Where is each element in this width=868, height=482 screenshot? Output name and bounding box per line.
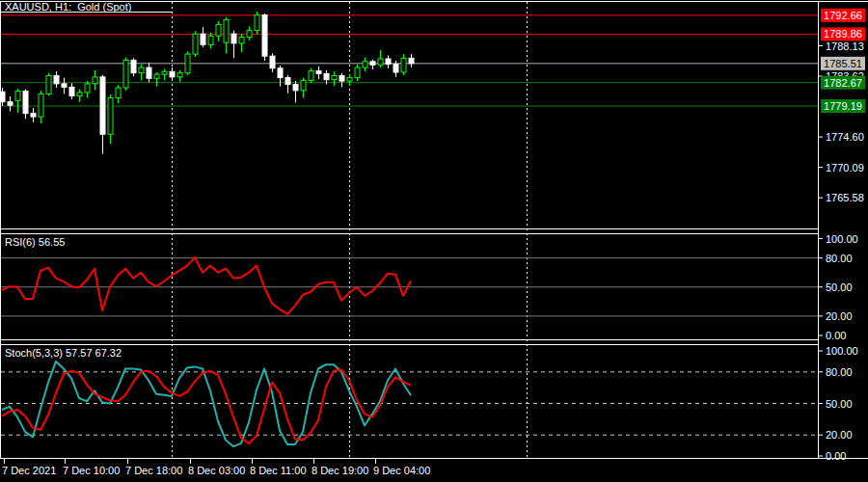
indicator-axis-label: 20.00 — [826, 429, 853, 441]
time-axis-label: 7 Dec 2021 — [2, 465, 56, 476]
candle-body — [285, 78, 290, 85]
candle-body — [355, 67, 360, 77]
candle-body — [23, 92, 28, 114]
candle-body — [339, 75, 344, 81]
candle-body — [93, 77, 97, 84]
candle-body — [193, 34, 198, 54]
indicator-axis-label: 100.00 — [826, 345, 858, 357]
candle-body — [293, 85, 298, 91]
price-badge-label: 1779.19 — [824, 100, 862, 112]
candle-body — [77, 93, 82, 95]
indicator-axis-label: 20.00 — [826, 310, 853, 322]
candle-body — [162, 71, 167, 74]
stoch-indicator-label: Stoch(5,3,3) 57.57 67.32 — [5, 347, 122, 359]
candle-body — [185, 54, 190, 73]
candle-body — [201, 34, 205, 44]
candle-body — [378, 59, 383, 65]
candle-bull — [46, 73, 51, 96]
candle-body — [116, 88, 121, 97]
time-axis-label: 7 Dec 18:00 — [125, 465, 182, 476]
candle-body — [147, 67, 151, 78]
candle-body — [309, 71, 313, 81]
indicator-axis-label: 0.00 — [826, 330, 846, 341]
candle-body — [177, 73, 182, 77]
indicator-axis-label: 100.00 — [826, 233, 858, 245]
indicator-axis-label: 80.00 — [826, 366, 853, 378]
candle-body — [247, 31, 252, 38]
price-badge-label: 1785.51 — [824, 58, 862, 69]
candle-body — [332, 75, 337, 79]
candle-body — [131, 60, 136, 72]
indicator-axis-label: 50.00 — [826, 281, 853, 293]
candle-body — [278, 68, 283, 78]
candle-body — [270, 56, 275, 68]
candle-body — [216, 24, 221, 36]
chart-title: XAUUSD, H1: Gold (Spot) — [5, 1, 131, 13]
time-axis-label: 9 Dec 04:00 — [373, 465, 430, 476]
candle-body — [231, 34, 236, 43]
candle-bull — [185, 51, 190, 74]
candle-body — [255, 15, 259, 31]
price-axis-label: 1765.58 — [826, 192, 864, 203]
indicator-axis-label: 80.00 — [826, 253, 853, 264]
candle-body — [208, 36, 213, 44]
candle-body — [100, 77, 105, 134]
candle-body — [401, 58, 406, 72]
price-axis-label: 1770.09 — [826, 162, 864, 174]
price-badge-label: 1792.66 — [824, 10, 862, 21]
candle-body — [69, 87, 74, 95]
candle-body — [39, 94, 43, 117]
time-axis-label: 8 Dec 19:00 — [312, 465, 368, 476]
stoch-panel[interactable] — [1, 345, 818, 458]
chart-canvas[interactable]: 1788.131783.621774.601770.091765.58100.0… — [0, 0, 868, 482]
candle-body — [262, 15, 267, 57]
candle-bull — [193, 31, 198, 57]
candle-body — [301, 80, 306, 90]
candle-body — [108, 98, 113, 135]
time-axis-label: 7 Dec 10:00 — [63, 465, 120, 476]
price-axis-label: 1774.60 — [826, 131, 864, 143]
time-axis-label: 8 Dec 03:00 — [188, 465, 245, 476]
candle-body — [8, 102, 13, 105]
price-axis-label: 1788.13 — [826, 40, 864, 52]
candle-body — [386, 59, 391, 65]
candle-body — [31, 114, 36, 117]
price-badge-label: 1789.86 — [824, 28, 862, 40]
candle-bull — [309, 68, 313, 83]
candle-body — [62, 84, 67, 87]
candle-body — [123, 60, 128, 88]
time-axis-label: 8 Dec 11:00 — [250, 465, 307, 476]
candle-body — [154, 74, 159, 78]
candle-body — [54, 75, 59, 83]
rsi-indicator-label: RSI(6) 56.55 — [5, 236, 65, 248]
candle-body — [46, 75, 51, 94]
candle-body — [409, 58, 414, 64]
candle-body — [239, 38, 244, 43]
candle-body — [170, 71, 175, 77]
candle-body — [363, 62, 367, 67]
candle-body — [324, 73, 329, 79]
candle-bear — [262, 13, 267, 61]
candle-body — [139, 67, 144, 73]
candle-body — [370, 62, 375, 65]
candle-body — [224, 19, 229, 42]
candle-body — [347, 78, 352, 81]
candle-body — [85, 84, 90, 93]
trading-chart-window: 1788.131783.621774.601770.091765.58100.0… — [0, 0, 868, 482]
candle-body — [15, 92, 20, 101]
candle-body — [393, 65, 398, 72]
indicator-axis-label: 50.00 — [826, 398, 853, 410]
price-badge-label: 1782.67 — [824, 77, 862, 89]
candle-body — [316, 71, 321, 74]
candle-panel[interactable] — [1, 2, 818, 228]
indicator-axis-label: 0.00 — [826, 450, 846, 462]
candle-bull — [123, 58, 128, 91]
